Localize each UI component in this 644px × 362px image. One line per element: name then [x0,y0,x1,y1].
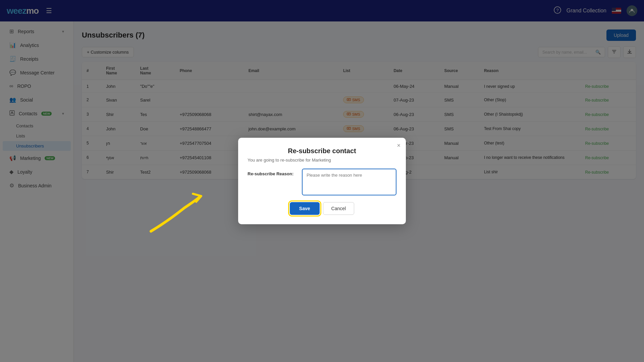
modal-close-button[interactable]: × [397,142,400,148]
modal-title: Re-subscribe contact [248,147,396,155]
modal-subtitle: You are going to re-subscribe for Market… [248,158,396,163]
resubscribe-reason-label: Re-subscribe Reason: [248,169,298,176]
modal-form-row: Re-subscribe Reason: [248,169,396,195]
resubscribe-reason-textarea[interactable] [302,169,396,195]
modal-overlay: × Re-subscribe contact You are going to … [0,0,644,362]
save-button[interactable]: Save [290,202,320,215]
cancel-button[interactable]: Cancel [323,202,355,215]
modal-actions: Save Cancel [248,202,396,215]
resubscribe-modal: × Re-subscribe contact You are going to … [238,138,406,224]
